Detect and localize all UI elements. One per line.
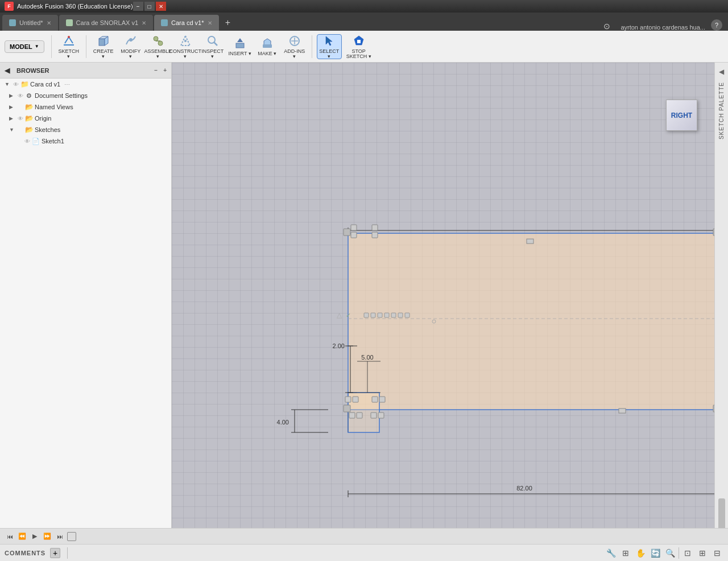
play-button[interactable]: ▶ xyxy=(30,531,40,542)
folder-icon-views: 📂 xyxy=(25,103,33,111)
gear-icon-doc: ⚙ xyxy=(25,92,33,100)
grid-options[interactable]: ⊞ xyxy=(696,547,709,559)
skip-end-button[interactable]: ⏭ xyxy=(55,531,65,542)
tab-close-caracd[interactable]: ✕ xyxy=(208,20,212,26)
pan-tool[interactable]: ✋ xyxy=(634,547,647,559)
assemble-icon xyxy=(151,34,165,48)
maximize-button[interactable]: □ xyxy=(144,2,155,11)
tab-close-untitled[interactable]: ✕ xyxy=(47,20,51,26)
view-cube-face[interactable]: RIGHT xyxy=(666,100,697,131)
tab-icon-untitled xyxy=(9,19,16,26)
addins-button[interactable]: ADD-INS ▾ xyxy=(282,34,307,59)
skip-start-button[interactable]: ⏮ xyxy=(5,531,15,542)
add-comment-button[interactable]: + xyxy=(50,548,60,558)
tree-item-sketch1[interactable]: ▶ 👁 📄 Sketch1 xyxy=(0,135,171,147)
browser-expand[interactable]: + xyxy=(163,67,167,73)
expand-arrow-caracd: ▼ xyxy=(5,81,11,87)
inspect-button[interactable]: INSPECT ▾ xyxy=(200,34,225,59)
browser-title: BROWSER xyxy=(16,67,49,74)
folder-icon-sketches: 📂 xyxy=(25,126,33,134)
sketch-palette-scrollbar[interactable] xyxy=(718,498,725,533)
nav-tool-1[interactable]: 🔧 xyxy=(605,547,617,559)
modify-icon xyxy=(124,34,138,48)
tab-search-icon[interactable]: ⊙ xyxy=(603,22,610,31)
tab-untitled[interactable]: Untitled* ✕ xyxy=(2,15,58,31)
construct-button[interactable]: CONSTRUCT ▾ xyxy=(173,34,198,59)
svg-rect-37 xyxy=(344,229,350,236)
minimize-button[interactable]: − xyxy=(133,2,143,11)
assemble-button[interactable]: ASSEMBLE ▾ xyxy=(146,34,171,59)
close-button[interactable]: ✕ xyxy=(156,2,166,11)
svg-point-5 xyxy=(129,38,133,42)
tab-close-snorlax[interactable]: ✕ xyxy=(142,20,146,26)
step-back-button[interactable]: ⏪ xyxy=(17,531,27,542)
more-options-icon[interactable]: ⋯ xyxy=(64,81,70,88)
stop-sketch-label: STOP SKETCH ▾ xyxy=(345,49,373,59)
nav-tool-2[interactable]: ⊞ xyxy=(619,547,632,559)
eye-icon-origin[interactable]: 👁 xyxy=(18,116,23,122)
svg-rect-63 xyxy=(357,412,362,418)
tree-item-named-views[interactable]: ▶ 👁 📂 Named Views xyxy=(0,101,171,113)
tab-snorlax[interactable]: Cara de SNORLAX v1 ✕ xyxy=(59,15,153,31)
sketch-palette-collapse[interactable]: ◀ xyxy=(716,66,727,77)
svg-rect-61 xyxy=(379,397,385,402)
bottom-bar: COMMENTS + 🔧 ⊞ ✋ 🔄 🔍 ⊡ ⊞ ⊟ xyxy=(0,544,728,561)
help-button[interactable]: ? xyxy=(711,19,722,31)
addins-label: ADD-INS ▾ xyxy=(283,49,307,59)
svg-rect-59 xyxy=(353,397,358,402)
tree-item-sketches[interactable]: ▼ 👁 📂 Sketches xyxy=(0,124,171,135)
sketch-button[interactable]: SKETCH ▾ xyxy=(56,34,81,59)
eye-icon-caracd[interactable]: 👁 xyxy=(13,81,19,88)
svg-line-12 xyxy=(214,42,217,46)
display-options[interactable]: ⊟ xyxy=(711,547,723,559)
insert-icon xyxy=(233,36,247,50)
tab-caracd[interactable]: Cara cd v1* ✕ xyxy=(154,15,218,31)
make-button[interactable]: MAKE ▾ xyxy=(255,34,280,59)
orbit-tool[interactable]: 🔄 xyxy=(649,547,661,559)
modify-label: MODIFY ▾ xyxy=(119,49,143,59)
expand-arrow-doc: ▶ xyxy=(9,93,16,98)
expand-arrow-origin: ▶ xyxy=(9,116,16,121)
tree-label-views: Named Views xyxy=(35,104,73,110)
step-forward-button[interactable]: ⏩ xyxy=(42,531,52,542)
tree-item-doc-settings[interactable]: ▶ 👁 ⚙ Document Settings xyxy=(0,90,171,101)
zoom-tool[interactable]: 🔍 xyxy=(664,547,676,559)
create-button[interactable]: CREATE ▾ xyxy=(91,34,116,59)
tab-label-caracd: Cara cd v1* xyxy=(171,19,204,26)
insert-button[interactable]: INSERT ▾ xyxy=(228,34,253,59)
browser-collapse[interactable]: − xyxy=(154,67,158,73)
folder-icon-origin: 📂 xyxy=(25,114,33,122)
modify-button[interactable]: MODIFY ▾ xyxy=(118,34,143,59)
tree-label-origin: Origin xyxy=(35,115,51,122)
timeline-thumb[interactable] xyxy=(67,532,76,541)
view-options[interactable]: ⊡ xyxy=(681,547,694,559)
svg-rect-62 xyxy=(349,412,355,418)
select-icon xyxy=(322,34,336,48)
canvas-area[interactable]: 82.00 38.00 xyxy=(172,63,714,544)
sep-2 xyxy=(86,35,86,58)
svg-rect-40 xyxy=(713,405,714,412)
collapse-icon[interactable]: ◀ xyxy=(5,67,10,75)
svg-rect-60 xyxy=(372,397,378,402)
svg-rect-22 xyxy=(348,233,714,410)
playback-controls: 🔧 ⊞ ✋ 🔄 🔍 ⊡ ⊞ ⊟ xyxy=(605,547,723,559)
svg-rect-65 xyxy=(378,412,384,418)
sep-3 xyxy=(312,35,312,58)
tree-item-caracd[interactable]: ▼ 👁 📁 Cara cd v1 ⋯ xyxy=(0,79,171,90)
model-dropdown[interactable]: MODEL ▼ xyxy=(5,40,44,53)
svg-rect-56 xyxy=(405,313,410,317)
svg-rect-44 xyxy=(351,225,357,230)
make-label: MAKE ▾ xyxy=(258,51,276,56)
select-button[interactable]: SELECT ▾ xyxy=(317,34,342,59)
tab-icon-snorlax xyxy=(66,19,73,26)
svg-rect-58 xyxy=(345,397,351,402)
tree-item-origin[interactable]: ▶ 👁 📂 Origin xyxy=(0,113,171,124)
new-tab-button[interactable]: + xyxy=(220,15,236,31)
eye-icon-sketch1[interactable]: 👁 xyxy=(24,138,30,145)
view-cube[interactable]: RIGHT xyxy=(666,100,697,131)
eye-icon-doc[interactable]: 👁 xyxy=(18,93,23,99)
stop-sketch-button[interactable]: STOP SKETCH ▾ xyxy=(344,34,374,59)
make-icon xyxy=(260,36,274,50)
svg-rect-39 xyxy=(344,405,350,412)
svg-point-7 xyxy=(158,41,163,46)
